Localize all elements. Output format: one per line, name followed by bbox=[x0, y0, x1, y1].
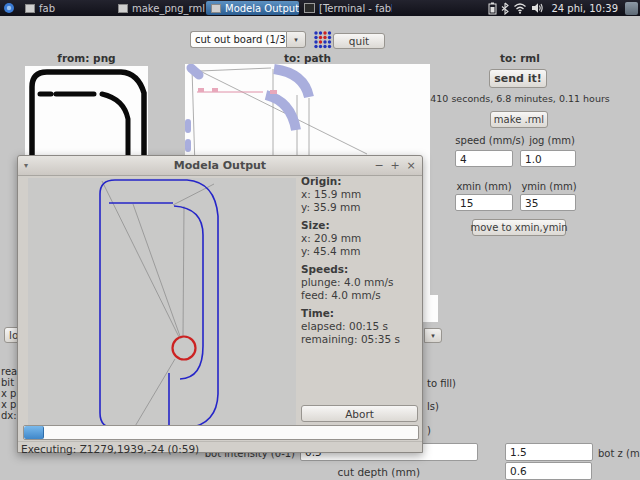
clock[interactable]: 24 phi, 10:39 bbox=[551, 3, 618, 14]
speed-input[interactable] bbox=[455, 150, 513, 167]
taskbar-item-make-png-rml[interactable]: make_png_rml bbox=[113, 1, 206, 15]
close-icon[interactable]: × bbox=[404, 159, 418, 173]
partial-text: x pl bbox=[1, 399, 18, 410]
time-estimate: 410 seconds, 6.8 minutes, 0.11 hours bbox=[420, 93, 620, 104]
abort-button[interactable]: Abort bbox=[301, 405, 418, 422]
window-icon bbox=[211, 4, 221, 13]
modela-output-dialog: ▾ Modela Output − + × Origin: x: 15.9 mm… bbox=[17, 155, 423, 453]
partial-text: to fill) bbox=[427, 378, 456, 389]
elapsed-time: elapsed: 00:15 s bbox=[301, 320, 419, 333]
tool-position-marker bbox=[173, 337, 196, 360]
path-preview-corner bbox=[424, 295, 438, 322]
from-png-heading: from: png bbox=[25, 52, 148, 64]
partial-text: ls) bbox=[427, 401, 439, 412]
to-rml-heading: to: rml bbox=[440, 52, 600, 64]
jog-label: jog (mm) bbox=[527, 135, 577, 146]
notification-corner-icon[interactable] bbox=[625, 2, 638, 15]
chevron-down-icon[interactable]: ▾ bbox=[286, 31, 306, 48]
battery-icon[interactable] bbox=[488, 2, 497, 15]
bot-z-input[interactable] bbox=[505, 443, 593, 461]
xmin-label: xmin (mm) bbox=[453, 181, 515, 192]
wifi-icon[interactable] bbox=[513, 2, 527, 14]
taskbar-item-terminal[interactable]: [Terminal - fablab@fablab... bbox=[299, 1, 392, 15]
ymin-input[interactable] bbox=[520, 194, 576, 211]
progress-bar bbox=[23, 425, 419, 440]
cut-depth-label: cut depth (mm) bbox=[312, 466, 420, 478]
jog-input[interactable] bbox=[520, 150, 576, 167]
maximize-icon[interactable]: + bbox=[388, 159, 402, 173]
dialog-title: Modela Output bbox=[18, 159, 422, 172]
window-icon bbox=[25, 4, 35, 13]
make-rml-button[interactable]: make .rml bbox=[490, 111, 548, 128]
size-x: x: 20.9 mm bbox=[301, 232, 419, 245]
bluetooth-icon[interactable] bbox=[501, 2, 509, 15]
window-icon bbox=[118, 4, 128, 13]
partial-text: x pi bbox=[1, 388, 18, 399]
partial-text: read bbox=[1, 366, 18, 377]
modules-grid-icon[interactable] bbox=[313, 30, 332, 49]
toolpath-canvas bbox=[28, 178, 296, 430]
plunge-speed: plunge: 4.0 mm/s bbox=[301, 276, 419, 289]
quit-button[interactable]: quit bbox=[333, 33, 385, 49]
to-path-heading: to: path bbox=[185, 52, 430, 64]
feed-speed: feed: 4.0 mm/s bbox=[301, 289, 419, 302]
volume-icon[interactable] bbox=[531, 2, 544, 14]
taskbar: fab make_png_rml Modela Output [Terminal… bbox=[0, 0, 640, 16]
minimize-icon[interactable]: − bbox=[372, 159, 386, 173]
taskbar-item-fab[interactable]: fab bbox=[20, 1, 113, 15]
taskbar-item-label: make_png_rml bbox=[132, 3, 205, 14]
remaining-time: remaining: 05:35 s bbox=[301, 333, 419, 346]
system-tray: 24 phi, 10:39 bbox=[488, 2, 640, 15]
hidden-dropdown-chevron-icon[interactable]: ▾ bbox=[424, 328, 442, 343]
origin-y: y: 35.9 mm bbox=[301, 201, 419, 214]
time-heading: Time: bbox=[301, 307, 419, 320]
taskbar-item-label: fab bbox=[39, 3, 55, 14]
origin-x: x: 15.9 mm bbox=[301, 188, 419, 201]
partial-text: bit r bbox=[1, 377, 18, 388]
taskbar-item-modela-output[interactable]: Modela Output bbox=[206, 1, 299, 15]
size-heading: Size: bbox=[301, 219, 419, 232]
preset-dropdown-value: cut out board (1/32) bbox=[190, 31, 286, 48]
dialog-titlebar[interactable]: ▾ Modela Output − + × bbox=[18, 156, 422, 176]
send-it-button[interactable]: send it! bbox=[489, 69, 547, 88]
progress-fill bbox=[24, 426, 44, 439]
cut-depth-input[interactable] bbox=[505, 462, 592, 480]
bot-z-label: bot z (mm) bbox=[598, 448, 640, 459]
size-y: y: 45.4 mm bbox=[301, 245, 419, 258]
xmin-input[interactable] bbox=[455, 194, 513, 211]
origin-heading: Origin: bbox=[301, 175, 419, 188]
app-menu-icon[interactable] bbox=[3, 2, 17, 14]
speeds-heading: Speeds: bbox=[301, 263, 419, 276]
terminal-icon bbox=[304, 3, 315, 13]
move-to-xmin-ymin-button[interactable]: move to xmin,ymin bbox=[472, 219, 566, 236]
speed-label: speed (mm/s) bbox=[453, 135, 527, 146]
partial-text: ) bbox=[427, 425, 431, 436]
partial-text: dx: bbox=[1, 410, 18, 421]
ymin-label: ymin (mm) bbox=[520, 181, 578, 192]
preset-dropdown[interactable]: cut out board (1/32) ▾ bbox=[190, 31, 306, 48]
status-line: Executing: Z1279,1939,-24 (0:59) bbox=[18, 441, 422, 454]
milling-path-drawing bbox=[28, 178, 296, 430]
taskbar-item-label: Modela Output bbox=[225, 3, 299, 14]
taskbar-item-label: [Terminal - fablab@fablab... bbox=[319, 3, 392, 14]
job-stats: Origin: x: 15.9 mm y: 35.9 mm Size: x: 2… bbox=[301, 175, 419, 351]
